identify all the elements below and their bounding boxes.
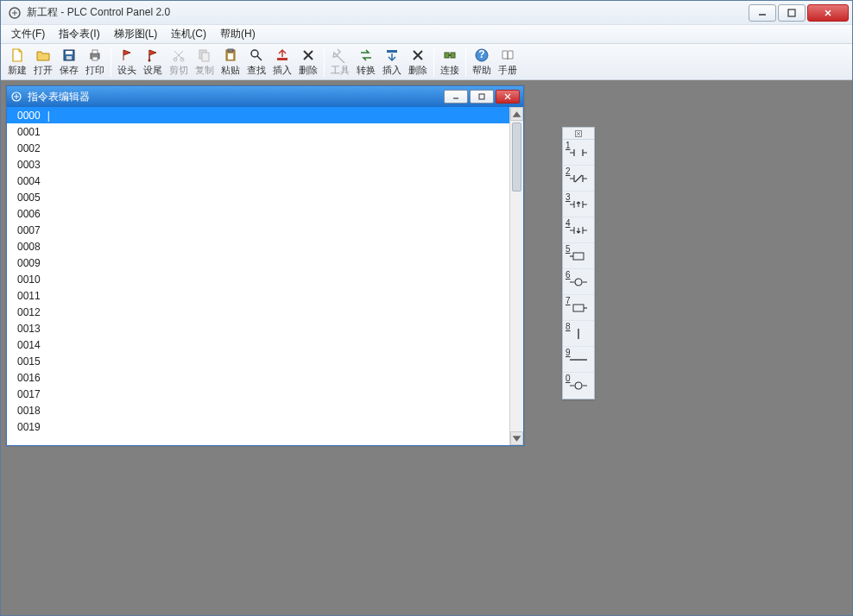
instruction-row[interactable]: 0003: [7, 156, 509, 173]
close-button[interactable]: [807, 4, 849, 22]
open-folder-icon: [35, 47, 51, 63]
scroll-down-button[interactable]: [510, 431, 523, 445]
instruction-row[interactable]: 0000: [7, 107, 509, 123]
sub-minimize-button[interactable]: [444, 90, 468, 104]
palette-item-coil[interactable]: 0: [563, 373, 594, 399]
menu-ladder[interactable]: 梯形图(L): [107, 25, 165, 43]
menu-link[interactable]: 连机(C): [164, 25, 213, 43]
new-button[interactable]: 新建: [4, 46, 30, 79]
manual-button[interactable]: 手册: [495, 46, 521, 79]
instruction-list-area: 0000000100020003000400050006000700080009…: [7, 107, 523, 445]
help-icon: ?: [474, 47, 490, 63]
instruction-row[interactable]: 0008: [7, 238, 509, 255]
palette-item-coil[interactable]: 6: [563, 269, 594, 295]
palette-shortcut-number: 7: [566, 296, 571, 305]
instruction-editor-window: 指令表编辑器 000000010002000300040005000600070…: [6, 85, 524, 446]
print-icon: [87, 47, 103, 63]
tool-button[interactable]: 工具: [327, 46, 353, 79]
scroll-up-button[interactable]: [510, 107, 523, 121]
menu-instruction[interactable]: 指令表(I): [52, 25, 106, 43]
palette-item-nc[interactable]: 2: [563, 166, 594, 192]
toolbar-separator: [465, 47, 466, 77]
insert-icon: [275, 47, 290, 63]
save-button[interactable]: 保存: [56, 46, 82, 79]
maximize-button[interactable]: [778, 4, 806, 22]
instruction-row[interactable]: 0011: [7, 287, 509, 304]
palette-shortcut-number: 4: [566, 218, 571, 228]
palette-item-rise[interactable]: 3: [563, 192, 594, 217]
instruction-row[interactable]: 0012: [7, 304, 509, 320]
minimize-button[interactable]: [749, 4, 776, 22]
sethead-button[interactable]: 设头: [114, 46, 140, 79]
find-button[interactable]: 查找: [243, 46, 269, 79]
cut-button[interactable]: 剪切: [166, 46, 192, 79]
palette-shortcut-number: 3: [566, 192, 571, 202]
delete2-button[interactable]: 删除: [405, 46, 431, 79]
instruction-row[interactable]: 0013: [7, 320, 509, 336]
svg-rect-24: [479, 94, 484, 99]
print-button[interactable]: 打印: [82, 46, 108, 79]
svg-rect-14: [228, 49, 233, 52]
sub-close-button[interactable]: [496, 90, 520, 104]
palette-item-fall[interactable]: 4: [563, 217, 594, 243]
ladder-symbol-icon: [569, 328, 588, 340]
help-button[interactable]: ?帮助: [469, 46, 495, 79]
menu-help[interactable]: 帮助(H): [213, 25, 262, 43]
instruction-list[interactable]: 0000000100020003000400050006000700080009…: [7, 107, 509, 445]
flag-icon: [119, 47, 135, 63]
copy-button[interactable]: 复制: [192, 46, 218, 79]
delete-button[interactable]: 删除: [295, 46, 321, 79]
delete-icon: [410, 47, 426, 63]
instruction-row[interactable]: 0009: [7, 255, 509, 271]
insert2-button[interactable]: 插入: [379, 46, 405, 79]
palette-item-coil-l[interactable]: 5: [563, 243, 594, 269]
instruction-row[interactable]: 0015: [7, 353, 509, 369]
palette-item-coil-r[interactable]: 7: [563, 295, 594, 321]
settail-button[interactable]: 设尾: [140, 46, 166, 79]
instruction-row[interactable]: 0001: [7, 123, 509, 140]
ladder-symbol-icon: [569, 250, 588, 262]
instruction-row[interactable]: 0018: [7, 402, 509, 418]
toolbar-separator: [433, 47, 434, 77]
svg-rect-18: [387, 50, 397, 53]
instruction-row[interactable]: 0016: [7, 369, 509, 386]
svg-rect-20: [451, 53, 455, 58]
instruction-row[interactable]: 0006: [7, 205, 509, 222]
ladder-palette[interactable]: 1234567890: [562, 127, 595, 399]
editor-icon: [10, 91, 22, 103]
insert-icon: [384, 47, 400, 63]
svg-point-29: [575, 382, 582, 389]
convert-icon: [358, 47, 374, 63]
instruction-row[interactable]: 0019: [7, 418, 509, 435]
palette-item-vline[interactable]: 8: [563, 321, 594, 347]
palette-item-no[interactable]: 1: [563, 140, 594, 166]
svg-rect-3: [66, 51, 73, 54]
cut-icon: [171, 47, 186, 63]
workspace: 指令表编辑器 000000010002000300040005000600070…: [1, 80, 852, 615]
toolbar-separator: [111, 47, 111, 77]
instruction-row[interactable]: 0017: [7, 386, 509, 402]
instruction-row[interactable]: 0002: [7, 140, 509, 156]
palette-close-button[interactable]: [563, 128, 594, 140]
scroll-thumb[interactable]: [512, 123, 521, 192]
convert-button[interactable]: 转换: [353, 46, 379, 79]
subwindow-titlebar[interactable]: 指令表编辑器: [7, 86, 523, 107]
ladder-symbol-icon: [569, 302, 588, 314]
sub-maximize-button[interactable]: [470, 90, 494, 104]
connect-button[interactable]: 连接: [437, 46, 463, 79]
instruction-row[interactable]: 0014: [7, 336, 509, 353]
ladder-symbol-icon: [569, 276, 588, 288]
find-icon: [249, 47, 264, 63]
menu-file[interactable]: 文件(F): [4, 25, 52, 43]
manual-icon: [500, 47, 515, 63]
insert-button[interactable]: 插入: [269, 46, 295, 79]
instruction-row[interactable]: 0007: [7, 222, 509, 238]
open-button[interactable]: 打开: [30, 46, 56, 79]
vertical-scrollbar[interactable]: [509, 107, 523, 445]
instruction-row[interactable]: 0010: [7, 271, 509, 287]
paste-button[interactable]: 粘贴: [218, 46, 243, 79]
instruction-row[interactable]: 0004: [7, 173, 509, 189]
instruction-row[interactable]: 0005: [7, 189, 509, 205]
subwindow-title: 指令表编辑器: [28, 90, 444, 104]
palette-item-hline[interactable]: 9: [563, 347, 594, 373]
